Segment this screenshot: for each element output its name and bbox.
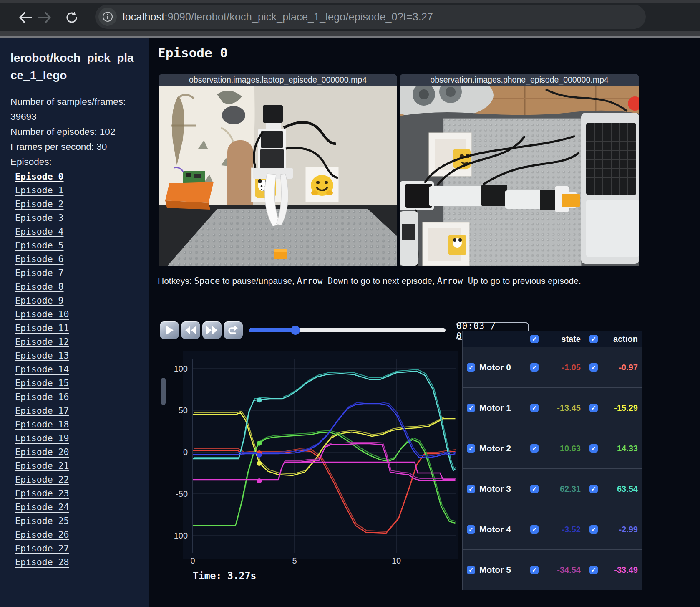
episode-link-episode-9[interactable]: Episode 9 xyxy=(15,293,140,307)
seek-slider-fill xyxy=(249,328,295,332)
episode-link-episode-21[interactable]: Episode 21 xyxy=(15,459,140,473)
fast-forward-icon xyxy=(206,326,218,335)
motor-action-value: -33.49 xyxy=(598,565,638,575)
checkbox[interactable]: ✓ xyxy=(467,485,475,493)
checkbox[interactable]: ✓ xyxy=(530,404,539,412)
svg-text:5: 5 xyxy=(292,556,297,565)
episode-link-episode-5[interactable]: Episode 5 xyxy=(15,238,140,252)
loop-icon xyxy=(228,325,239,336)
checkbox[interactable]: ✓ xyxy=(530,335,539,343)
hotkey-text: to go to next episode, xyxy=(348,276,437,286)
episode-link-episode-10[interactable]: Episode 10 xyxy=(15,307,140,321)
fast-forward-button[interactable] xyxy=(202,321,222,339)
play-icon xyxy=(165,325,174,335)
site-info-button[interactable] xyxy=(98,8,117,26)
stat-line: Number of samples/frames: 39693 xyxy=(10,94,131,124)
checkbox[interactable]: ✓ xyxy=(589,444,598,453)
motor-label: Motor 4 xyxy=(479,524,511,534)
checkbox[interactable]: ✓ xyxy=(530,566,539,574)
episode-link-episode-17[interactable]: Episode 17 xyxy=(15,404,140,417)
episode-link-episode-3[interactable]: Episode 3 xyxy=(15,211,140,225)
dataset-stats: Number of samples/frames: 39693Number of… xyxy=(10,94,131,169)
checkbox[interactable]: ✓ xyxy=(530,444,539,453)
svg-text:-100: -100 xyxy=(171,531,188,540)
episode-link-episode-22[interactable]: Episode 22 xyxy=(15,473,140,486)
video-observation-laptop[interactable] xyxy=(159,86,397,266)
hotkey-key: Arrow Up xyxy=(437,276,478,286)
address-bar[interactable]: localhost:9090/lerobot/koch_pick_place_1… xyxy=(95,5,646,29)
episode-link-episode-23[interactable]: Episode 23 xyxy=(15,486,140,500)
chart-current-dot xyxy=(257,461,262,466)
motor-action-value: 63.54 xyxy=(598,484,638,494)
episode-link-episode-6[interactable]: Episode 6 xyxy=(15,252,140,266)
svg-text:100: 100 xyxy=(174,364,188,373)
episode-link-episode-15[interactable]: Episode 15 xyxy=(15,376,140,390)
video-observation-phone[interactable] xyxy=(400,86,639,266)
motor-action-value: -0.97 xyxy=(598,363,638,372)
hotkey-text: to go to previous episode. xyxy=(478,276,581,286)
sidebar: lerobot/koch_pick_place_1_lego Number of… xyxy=(0,38,149,607)
motor-state-value: -1.05 xyxy=(539,363,581,372)
episode-link-episode-24[interactable]: Episode 24 xyxy=(15,500,140,514)
table-row: ✓Motor 5✓-34.54✓-33.49 xyxy=(463,550,642,590)
motor-state-value: 62.31 xyxy=(539,484,581,494)
seek-slider[interactable] xyxy=(249,328,446,332)
checkbox[interactable]: ✓ xyxy=(589,404,598,412)
rewind-button[interactable] xyxy=(181,321,200,339)
laptop xyxy=(581,113,639,264)
video-card-laptop: observation.images.laptop_episode_000000… xyxy=(159,74,397,266)
episode-link-episode-8[interactable]: Episode 8 xyxy=(15,280,140,293)
seek-slider-thumb[interactable] xyxy=(291,326,300,335)
checkbox[interactable]: ✓ xyxy=(530,363,539,372)
episode-link-episode-1[interactable]: Episode 1 xyxy=(15,183,140,197)
checkbox[interactable]: ✓ xyxy=(589,525,598,534)
lerobot-dataset-visualizer: localhost:9090/lerobot/koch_pick_place_1… xyxy=(0,0,700,607)
episode-link-episode-18[interactable]: Episode 18 xyxy=(15,417,140,431)
url-path: :9090/lerobot/koch_pick_place_1_lego/epi… xyxy=(164,11,433,23)
checkbox[interactable]: ✓ xyxy=(467,404,475,412)
episode-link-episode-12[interactable]: Episode 12 xyxy=(15,335,140,349)
play-button[interactable] xyxy=(160,321,179,339)
checkbox[interactable]: ✓ xyxy=(467,363,475,372)
page-title: Episode 0 xyxy=(158,45,228,60)
checkbox[interactable]: ✓ xyxy=(589,485,598,493)
episode-link-episode-28[interactable]: Episode 28 xyxy=(15,555,140,569)
checkbox[interactable]: ✓ xyxy=(530,525,539,534)
episode-link-episode-0[interactable]: Episode 0 xyxy=(15,169,140,183)
checkbox[interactable]: ✓ xyxy=(589,566,598,574)
reload-button[interactable] xyxy=(63,9,80,26)
checkbox[interactable]: ✓ xyxy=(530,485,539,493)
episode-link-episode-19[interactable]: Episode 19 xyxy=(15,431,140,445)
info-icon xyxy=(102,11,113,22)
episode-link-episode-4[interactable]: Episode 4 xyxy=(15,225,140,238)
column-header-action: action xyxy=(598,334,638,344)
episode-link-episode-2[interactable]: Episode 2 xyxy=(15,197,140,211)
toolbar-bottom-strip xyxy=(0,31,700,36)
chart-current-dot xyxy=(257,453,262,458)
hotkey-text: Hotkeys: xyxy=(158,276,194,286)
episode-link-episode-27[interactable]: Episode 27 xyxy=(15,541,140,555)
browser-toolbar: localhost:9090/lerobot/koch_pick_place_1… xyxy=(0,0,700,38)
back-button[interactable] xyxy=(17,9,33,26)
episode-link-episode-13[interactable]: Episode 13 xyxy=(15,349,140,362)
episode-link-episode-11[interactable]: Episode 11 xyxy=(15,321,140,335)
episode-link-episode-26[interactable]: Episode 26 xyxy=(15,528,140,541)
forward-button[interactable] xyxy=(37,9,53,26)
url-host: localhost xyxy=(123,11,164,23)
episode-link-episode-25[interactable]: Episode 25 xyxy=(15,514,140,528)
dataset-title: lerobot/koch_pick_place_1_lego xyxy=(10,49,134,84)
checkbox[interactable]: ✓ xyxy=(467,444,475,453)
checkbox[interactable]: ✓ xyxy=(589,363,598,372)
episode-link-episode-16[interactable]: Episode 16 xyxy=(15,390,140,404)
video-caption-phone: observation.images.phone_episode_000000.… xyxy=(400,74,639,86)
episode-link-episode-7[interactable]: Episode 7 xyxy=(15,266,140,280)
checkbox[interactable]: ✓ xyxy=(467,525,475,534)
episode-link-episode-14[interactable]: Episode 14 xyxy=(15,362,140,376)
url-text: localhost:9090/lerobot/koch_pick_place_1… xyxy=(123,11,433,23)
episode-link-episode-20[interactable]: Episode 20 xyxy=(15,445,140,459)
chart-current-dot xyxy=(257,478,262,483)
checkbox[interactable]: ✓ xyxy=(589,335,598,343)
loop-button[interactable] xyxy=(224,321,243,339)
video-caption-laptop: observation.images.laptop_episode_000000… xyxy=(159,74,397,86)
checkbox[interactable]: ✓ xyxy=(467,566,475,574)
